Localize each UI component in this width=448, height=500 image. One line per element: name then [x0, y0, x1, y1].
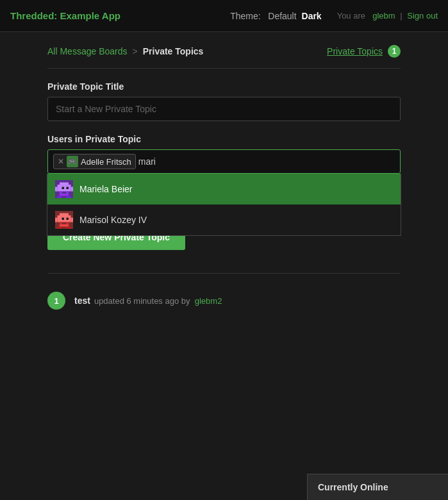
section-divider — [47, 273, 401, 274]
topic-title-link[interactable]: test — [74, 296, 90, 306]
currently-online-title: Currently Online — [318, 482, 388, 492]
svg-rect-3 — [55, 187, 58, 192]
svg-rect-8 — [67, 187, 69, 190]
svg-rect-16 — [71, 218, 74, 222]
svg-rect-19 — [62, 218, 65, 221]
user-tag-remove-adelle[interactable]: ✕ — [58, 158, 64, 165]
breadcrumb-all-boards[interactable]: All Message Boards — [47, 46, 128, 56]
theme-selector: Theme: Default Dark — [230, 11, 322, 21]
user-tag-adelle: ✕ 🎮 Adelle Fritsch — [53, 154, 136, 169]
main-content: All Message Boards > Private Topics Priv… — [0, 32, 448, 317]
dropdown-item-name-mariela: Mariela Beier — [79, 184, 132, 194]
dropdown-item-name-marisol: Marisol Kozey IV — [79, 215, 147, 225]
marisol-avatar — [55, 211, 73, 229]
breadcrumb: All Message Boards > Private Topics — [47, 46, 203, 56]
title-field-label: Private Topic Title — [47, 81, 401, 92]
svg-rect-7 — [62, 187, 65, 190]
breadcrumb-current: Private Topics — [143, 46, 204, 56]
topic-unread-badge: 1 — [47, 292, 65, 310]
users-field-label: Users in Private Topic — [47, 134, 401, 144]
private-topics-nav-link[interactable]: Private Topics — [327, 46, 383, 56]
dropdown-item-mariela[interactable]: Mariela Beier — [47, 174, 401, 204]
theme-default-option[interactable]: Default — [268, 11, 296, 21]
username-link[interactable]: glebm — [372, 11, 395, 21]
topic-info: test updated 6 minutes ago by glebm2 — [74, 296, 222, 306]
svg-rect-6 — [67, 192, 69, 194]
svg-rect-13 — [60, 213, 69, 216]
theme-label: Theme: — [230, 11, 260, 21]
private-topics-count-badge: 1 — [388, 45, 401, 58]
adelle-avatar: 🎮 — [67, 156, 78, 167]
users-section: Users in Private Topic ✕ 🎮 Adelle Fritsc… — [47, 134, 401, 214]
private-topics-nav: Private Topics 1 — [327, 45, 401, 58]
svg-rect-17 — [60, 222, 62, 225]
user-tag-name-adelle: Adelle Fritsch — [81, 157, 131, 167]
svg-rect-11 — [67, 196, 71, 199]
svg-rect-22 — [58, 227, 62, 229]
you-are-label: You are — [337, 11, 365, 21]
svg-rect-18 — [67, 222, 69, 225]
user-info: You are glebm | Sign out — [335, 11, 438, 21]
top-navigation: Thredded: Example App Theme: Default Dar… — [0, 0, 448, 32]
topic-meta: updated 6 minutes ago by glebm2 — [94, 296, 222, 306]
topic-title-input[interactable] — [47, 97, 401, 121]
dropdown-item-marisol[interactable]: Marisol Kozey IV — [47, 204, 401, 235]
theme-dark-option[interactable]: Dark — [302, 11, 322, 21]
svg-rect-4 — [71, 187, 74, 192]
mariela-avatar — [55, 180, 73, 198]
topic-meta-text: updated 6 minutes ago by — [94, 296, 190, 306]
breadcrumb-row: All Message Boards > Private Topics Priv… — [47, 32, 401, 69]
app-brand[interactable]: Thredded: Example App — [10, 10, 230, 21]
topic-list: 1 test updated 6 minutes ago by glebm2 — [47, 284, 401, 317]
breadcrumb-separator: > — [133, 46, 138, 56]
users-input-wrapper: ✕ 🎮 Adelle Fritsch — [47, 149, 401, 174]
users-input-box[interactable]: ✕ 🎮 Adelle Fritsch — [47, 149, 401, 174]
currently-online-panel: Currently Online — [307, 474, 448, 500]
svg-rect-20 — [67, 218, 69, 221]
svg-rect-5 — [60, 192, 62, 194]
svg-rect-15 — [55, 218, 58, 222]
svg-rect-1 — [60, 183, 69, 185]
svg-rect-10 — [58, 196, 62, 199]
new-topic-form: Private Topic Title Users in Private Top… — [47, 69, 401, 263]
table-row: 1 test updated 6 minutes ago by glebm2 — [47, 284, 401, 317]
svg-rect-21 — [60, 224, 69, 227]
svg-rect-9 — [60, 194, 69, 196]
sign-out-link[interactable]: Sign out — [407, 11, 438, 21]
topic-author-link[interactable]: glebm2 — [195, 296, 222, 306]
users-text-input[interactable] — [138, 156, 395, 167]
users-dropdown: Mariela Beier — [47, 174, 401, 236]
svg-rect-23 — [67, 227, 71, 229]
